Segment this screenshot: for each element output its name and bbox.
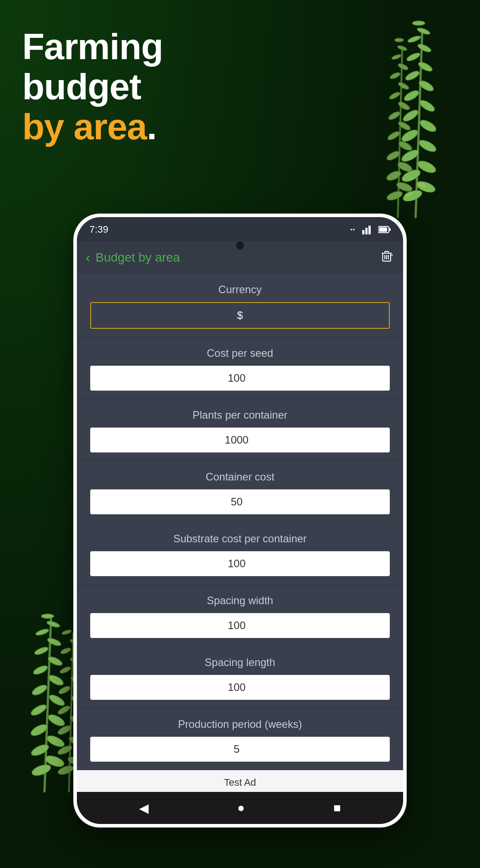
form-section: Currency Cost per seed Plants per contai… [77, 274, 403, 770]
svg-point-65 [57, 704, 71, 715]
svg-point-69 [59, 666, 72, 674]
svg-point-71 [60, 647, 72, 655]
svg-point-6 [417, 138, 438, 154]
production-period-input[interactable] [90, 737, 390, 762]
spacing-width-input[interactable] [90, 613, 390, 638]
plants-per-container-row: Plants per container [77, 399, 403, 461]
svg-point-23 [386, 190, 403, 202]
spacing-width-row: Spacing width [77, 585, 403, 646]
svg-point-75 [351, 229, 352, 230]
phone-mockup: 7:39 ‹ Bu [73, 214, 407, 828]
plants-per-container-input[interactable] [90, 428, 390, 452]
battery-icon [378, 226, 391, 234]
status-time: 7:39 [89, 224, 108, 235]
svg-point-67 [58, 685, 71, 695]
svg-point-18 [416, 27, 431, 36]
svg-point-14 [417, 61, 434, 73]
currency-label: Currency [90, 283, 390, 296]
hero-period: . [147, 106, 156, 147]
svg-point-31 [388, 110, 401, 121]
svg-point-46 [47, 713, 66, 728]
svg-point-11 [403, 89, 420, 103]
svg-point-51 [32, 664, 49, 676]
svg-point-48 [48, 693, 66, 708]
svg-rect-76 [362, 230, 364, 234]
cost-per-seed-input[interactable] [90, 366, 390, 391]
substrate-cost-row: Substrate cost per container [77, 523, 403, 585]
ad-bar: Test Ad [77, 770, 403, 792]
home-nav-button[interactable]: ● [237, 801, 245, 815]
back-nav-button[interactable]: ◀ [139, 801, 149, 816]
hero-line2: budget [22, 67, 163, 107]
spacing-length-label: Spacing length [90, 656, 390, 669]
svg-point-43 [30, 743, 50, 758]
svg-point-74 [353, 229, 355, 230]
svg-point-19 [412, 21, 425, 25]
substrate-cost-label: Substrate cost per container [90, 533, 390, 545]
cost-per-seed-row: Cost per seed [77, 337, 403, 399]
svg-point-13 [404, 69, 421, 82]
hero-line3: by area. [22, 107, 163, 147]
svg-point-10 [418, 98, 436, 113]
svg-point-56 [46, 620, 60, 629]
svg-rect-80 [379, 227, 387, 232]
signal-icon [362, 225, 375, 234]
container-cost-input[interactable] [90, 489, 390, 514]
clear-icon[interactable] [379, 249, 394, 264]
hero-text: Farming budget by area. [22, 27, 163, 147]
back-button[interactable]: ‹ [86, 250, 90, 265]
svg-point-49 [31, 683, 48, 697]
svg-point-39 [395, 38, 404, 42]
plants-per-container-label: Plants per container [90, 409, 390, 421]
container-cost-label: Container cost [90, 471, 390, 483]
nav-title: Budget by area [96, 250, 180, 265]
spacing-length-input[interactable] [90, 675, 390, 700]
nav-right [379, 249, 394, 267]
svg-rect-81 [389, 228, 391, 231]
data-icon [349, 225, 359, 234]
svg-rect-77 [365, 228, 368, 234]
svg-point-7 [400, 128, 420, 144]
spacing-width-label: Spacing width [90, 594, 390, 607]
currency-input[interactable] [90, 302, 390, 329]
wheat-right-decoration [364, 4, 467, 227]
svg-rect-78 [368, 226, 371, 234]
hero-line1: Farming [22, 27, 163, 67]
phone-screen: 7:39 ‹ Bu [77, 217, 403, 824]
svg-point-9 [402, 108, 420, 123]
ad-label: Test Ad [224, 777, 256, 788]
bottom-nav: ◀ ● ■ [77, 792, 403, 824]
svg-point-8 [418, 118, 438, 134]
status-bar: 7:39 [77, 217, 403, 242]
svg-point-35 [389, 71, 401, 80]
svg-point-17 [407, 35, 421, 44]
production-period-row: Production period (weeks) [77, 708, 403, 770]
svg-point-53 [34, 646, 49, 656]
svg-point-47 [30, 703, 48, 718]
svg-point-29 [387, 130, 401, 141]
currency-row: Currency [77, 274, 403, 337]
svg-point-16 [417, 43, 432, 53]
status-icons [349, 225, 391, 234]
production-period-label: Production period (weeks) [90, 718, 390, 731]
svg-point-37 [391, 53, 401, 60]
svg-point-32 [397, 101, 411, 111]
cost-per-seed-label: Cost per seed [90, 347, 390, 359]
substrate-cost-input[interactable] [90, 551, 390, 576]
svg-point-41 [31, 763, 52, 778]
spacing-length-row: Spacing length [77, 646, 403, 708]
svg-point-73 [61, 629, 72, 635]
svg-point-33 [388, 91, 401, 100]
nav-left: ‹ Budget by area [86, 250, 180, 265]
svg-point-50 [47, 673, 64, 687]
svg-point-55 [35, 628, 49, 637]
phone-camera [236, 242, 244, 250]
svg-point-36 [397, 62, 409, 71]
recents-nav-button[interactable]: ■ [333, 801, 341, 815]
svg-point-34 [397, 81, 410, 90]
container-cost-row: Container cost [77, 461, 403, 523]
svg-point-57 [41, 614, 54, 618]
svg-point-15 [406, 52, 421, 62]
hero-highlight: by area [22, 106, 147, 147]
form-content: Currency Cost per seed Plants per contai… [77, 274, 403, 792]
